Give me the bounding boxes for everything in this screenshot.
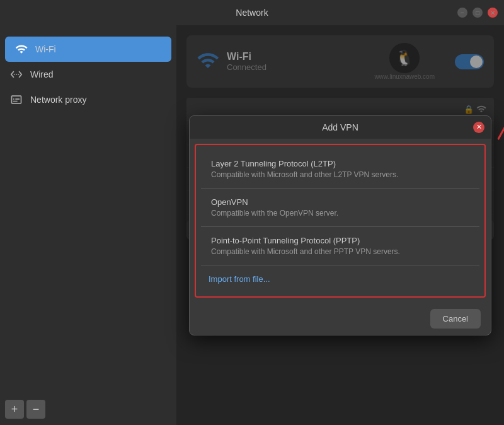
divider-2: [201, 226, 479, 227]
sidebar-item-network-proxy[interactable]: Network proxy: [0, 87, 176, 112]
proxy-icon: [10, 93, 23, 106]
vpn-option-pptp[interactable]: Point-to-Point Tunneling Protocol (PPTP)…: [198, 228, 482, 264]
vpn-option-l2tp[interactable]: Layer 2 Tunneling Protocol (L2TP) Compat…: [198, 151, 482, 187]
sidebar-label-proxy: Network proxy: [30, 95, 86, 105]
sidebar: Wi-Fi Wired Network proxy + −: [0, 25, 176, 425]
dialog-body: Layer 2 Tunneling Protocol (L2TP) Compat…: [195, 144, 486, 298]
divider-3: [201, 265, 479, 265]
wifi-icon: [15, 43, 28, 55]
add-button[interactable]: +: [5, 400, 24, 419]
dialog-footer: Cancel: [190, 303, 491, 335]
vpn-option-l2tp-title: Layer 2 Tunneling Protocol (L2TP): [211, 159, 469, 168]
dialog-close-button[interactable]: ✕: [473, 122, 484, 133]
sidebar-label-wired: Wired: [30, 69, 54, 79]
main-layout: Wi-Fi Wired Network proxy + −: [0, 25, 504, 425]
sidebar-item-wired[interactable]: Wired: [0, 62, 176, 87]
add-vpn-dialog: Add VPN ✕ Layer 2 Tunneling Protocol (L2…: [189, 115, 491, 335]
sidebar-label-wifi: Wi-Fi: [35, 44, 56, 54]
wired-icon: [10, 68, 23, 81]
dialog-overlay: Add VPN ✕ Layer 2 Tunneling Protocol (L2…: [176, 25, 504, 425]
vpn-option-openvpn-desc: Compatible with the OpenVPN server.: [211, 209, 469, 218]
close-button[interactable]: ✕: [488, 8, 498, 18]
window-title: Network: [236, 8, 268, 18]
maximize-button[interactable]: □: [472, 8, 483, 18]
minimize-button[interactable]: −: [457, 8, 467, 18]
dialog-header: Add VPN ✕: [190, 116, 491, 139]
content-area: Wi-Fi Connected 🐧 www.linuxnaweb.com 🔒: [176, 25, 504, 425]
vpn-option-pptp-title: Point-to-Point Tunneling Protocol (PPTP): [211, 236, 469, 245]
remove-button[interactable]: −: [26, 400, 45, 419]
vpn-option-pptp-desc: Compatible with Microsoft and other PPTP…: [211, 247, 469, 256]
window-controls: − □ ✕: [457, 8, 498, 18]
vpn-option-openvpn-title: OpenVPN: [211, 197, 469, 207]
cancel-button[interactable]: Cancel: [430, 309, 481, 329]
import-from-file-link[interactable]: Import from file...: [196, 267, 484, 291]
vpn-option-openvpn[interactable]: OpenVPN Compatible with the OpenVPN serv…: [198, 190, 482, 225]
vpn-option-l2tp-desc: Compatible with Microsoft and other L2TP…: [211, 170, 469, 179]
dialog-container: Add VPN ✕ Layer 2 Tunneling Protocol (L2…: [189, 115, 491, 335]
titlebar: Network − □ ✕: [0, 0, 504, 25]
sidebar-item-wifi[interactable]: Wi-Fi: [5, 37, 171, 62]
dialog-title: Add VPN: [322, 122, 358, 132]
divider-1: [201, 188, 479, 189]
